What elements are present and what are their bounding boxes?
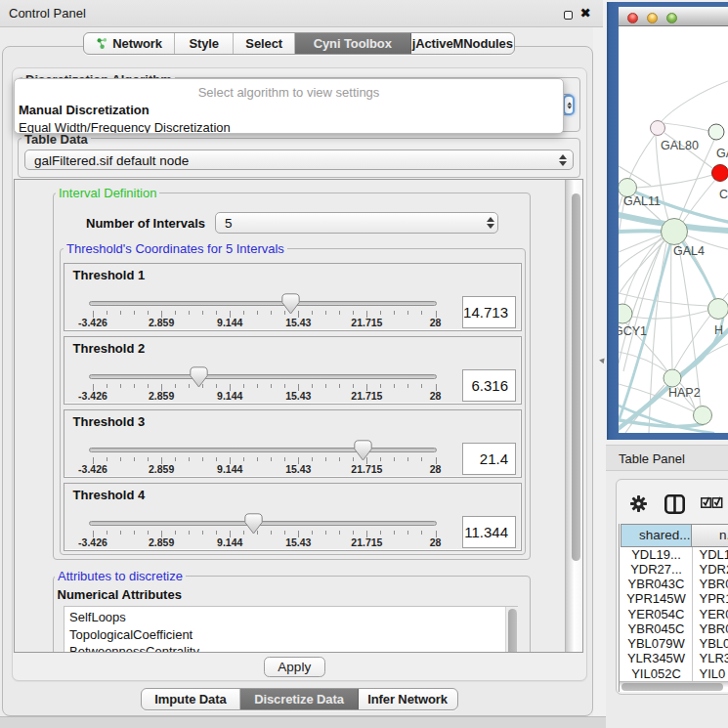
attribute-list-item[interactable]: SelfLoops bbox=[69, 610, 126, 624]
tab-style[interactable]: Style bbox=[175, 33, 234, 54]
network-node-label: GA bbox=[716, 147, 728, 160]
algorithm-combobox-button[interactable] bbox=[563, 95, 575, 115]
slider-tick bbox=[312, 531, 313, 535]
threshold-value-field[interactable]: 6.316 bbox=[462, 369, 516, 402]
tab-discretize-data[interactable]: Discretize Data bbox=[240, 689, 358, 709]
tab-infer-network[interactable]: Infer Network bbox=[359, 689, 457, 709]
settings-scrollbar-thumb[interactable] bbox=[572, 193, 580, 561]
settings-gear-icon[interactable] bbox=[630, 495, 647, 512]
slider-tick bbox=[120, 311, 121, 315]
threshold-value-field[interactable]: 21.4 bbox=[462, 443, 516, 475]
table-horizontal-scrollbar[interactable] bbox=[620, 681, 728, 692]
attributes-list-scrollbar-thumb[interactable] bbox=[508, 609, 517, 654]
network-edge-highlighted[interactable] bbox=[619, 231, 663, 232]
network-edge[interactable] bbox=[632, 311, 707, 319]
tab-impute-data[interactable]: Impute Data bbox=[142, 689, 241, 709]
split-table-icon[interactable] bbox=[664, 494, 685, 514]
column-header-shared-name[interactable]: shared... bbox=[621, 524, 692, 547]
network-node[interactable] bbox=[708, 124, 724, 140]
intervals-spinner[interactable]: 5 bbox=[215, 212, 498, 234]
slider-scale-label: 28 bbox=[407, 463, 465, 475]
slider-tick bbox=[107, 457, 107, 461]
network-window: GAL80GACGAL11GAL4GCY1HHAP2 bbox=[607, 2, 728, 440]
slider-tick bbox=[325, 531, 326, 535]
threshold-slider-track[interactable] bbox=[89, 301, 437, 306]
network-node[interactable] bbox=[712, 165, 728, 182]
network-edge[interactable] bbox=[619, 293, 707, 306]
threshold-value-field[interactable]: 11.344 bbox=[462, 516, 516, 548]
close-icon[interactable]: ✖ bbox=[580, 5, 591, 21]
network-edge[interactable] bbox=[664, 123, 709, 131]
close-traffic-light-icon[interactable] bbox=[627, 13, 638, 23]
network-node[interactable] bbox=[664, 369, 681, 387]
threshold-slider-track[interactable] bbox=[89, 374, 437, 379]
threshold-slider-track[interactable] bbox=[89, 448, 437, 452]
slider-tick bbox=[134, 457, 135, 461]
table-row[interactable]: YBR043CYBR0 bbox=[620, 577, 728, 591]
network-edge[interactable] bbox=[671, 244, 672, 368]
network-node[interactable] bbox=[708, 299, 728, 320]
network-node[interactable] bbox=[662, 219, 688, 245]
table-combobox[interactable]: galFiltered.sif default node bbox=[24, 150, 574, 170]
cell-shared-name: YBL079W bbox=[621, 636, 692, 651]
table-horizontal-scrollbar-thumb[interactable] bbox=[621, 683, 723, 691]
table-row[interactable]: YLR345WYLR3 bbox=[620, 651, 728, 665]
network-edge[interactable] bbox=[662, 81, 728, 121]
threshold-label: Threshold 3 bbox=[73, 414, 146, 429]
attributes-group-title: Attributes to discretize bbox=[55, 569, 186, 583]
select-columns-icon[interactable] bbox=[701, 496, 724, 509]
table-row[interactable]: YDL19...YDL1 bbox=[620, 547, 728, 562]
settings-scrollpane: Interval Definition Number of Intervals … bbox=[14, 179, 583, 653]
network-tab-icon bbox=[96, 37, 108, 50]
slider-tick bbox=[202, 457, 203, 461]
slider-tick bbox=[148, 457, 149, 461]
table-row[interactable]: YDR27...YDR2 bbox=[620, 562, 728, 577]
attributes-list-scrollbar[interactable] bbox=[505, 607, 518, 654]
table-row[interactable]: YIL052CYIL0 bbox=[620, 666, 728, 681]
threshold-slider-thumb[interactable] bbox=[354, 440, 372, 461]
table-panel-titlebar: Table Panel bbox=[606, 445, 728, 471]
network-canvas[interactable]: GAL80GACGAL11GAL4GCY1HHAP2 bbox=[619, 26, 728, 433]
float-window-icon[interactable] bbox=[564, 11, 573, 20]
dropdown-item[interactable]: Equal Width/Frequency Discretization bbox=[15, 118, 563, 134]
network-node[interactable] bbox=[651, 121, 665, 136]
numerical-attributes-label: Numerical Attributes bbox=[58, 587, 182, 602]
threshold-slider-thumb[interactable] bbox=[281, 293, 300, 315]
slider-tick bbox=[271, 384, 272, 388]
column-header-name[interactable]: n... bbox=[692, 524, 728, 547]
table-row[interactable]: YBR045CYBR0 bbox=[620, 621, 728, 636]
zoom-traffic-light-icon[interactable] bbox=[666, 13, 677, 23]
tab-select[interactable]: Select bbox=[234, 33, 295, 54]
slider-scale-label: -3.426 bbox=[64, 463, 122, 475]
table-row[interactable]: YPR145WYPR1 bbox=[620, 591, 728, 606]
dropdown-item[interactable]: Manual Discretization bbox=[15, 101, 563, 119]
table-row[interactable]: YER054CYER0 bbox=[620, 607, 728, 621]
slider-tick bbox=[107, 384, 107, 388]
numerical-attributes-list[interactable]: SelfLoopsTopologicalCoefficientBetweenne… bbox=[64, 606, 518, 654]
threshold-slider-thumb[interactable] bbox=[244, 513, 263, 535]
apply-button[interactable]: Apply bbox=[264, 657, 325, 677]
tab-jactivemnodules[interactable]: jActiveMNodules bbox=[411, 33, 515, 54]
slider-tick bbox=[353, 384, 354, 388]
threshold-panel: Threshold 4-3.4262.8599.14415.4321.71528… bbox=[64, 483, 522, 551]
slider-tick bbox=[325, 311, 326, 315]
table-combobox-value: galFiltered.sif default node bbox=[34, 153, 189, 168]
tab-label: jActiveMNodules bbox=[412, 36, 513, 51]
attribute-list-item[interactable]: BetweennessCentrality bbox=[69, 644, 199, 653]
network-edge[interactable] bbox=[678, 244, 701, 406]
slider-tick bbox=[421, 457, 422, 461]
threshold-value-field[interactable]: 14.713 bbox=[462, 296, 516, 328]
tab-cyni-toolbox[interactable]: Cyni Toolbox bbox=[295, 33, 410, 54]
tab-network[interactable]: Network bbox=[84, 33, 175, 54]
attribute-list-item[interactable]: TopologicalCoefficient bbox=[69, 627, 193, 642]
network-edge[interactable] bbox=[636, 175, 712, 188]
table-row[interactable]: YBL079WYBL0 bbox=[620, 636, 728, 651]
minimize-traffic-light-icon[interactable] bbox=[647, 13, 658, 23]
settings-scrollbar[interactable] bbox=[565, 180, 583, 653]
network-edge[interactable] bbox=[629, 135, 655, 179]
dropdown-item[interactable]: Select algorithm to view settings bbox=[15, 83, 563, 102]
slider-tick bbox=[243, 384, 244, 388]
threshold-slider-thumb[interactable] bbox=[190, 366, 208, 388]
network-node[interactable] bbox=[694, 407, 712, 425]
network-graph: GAL80GACGAL11GAL4GCY1HHAP2 bbox=[619, 26, 728, 433]
